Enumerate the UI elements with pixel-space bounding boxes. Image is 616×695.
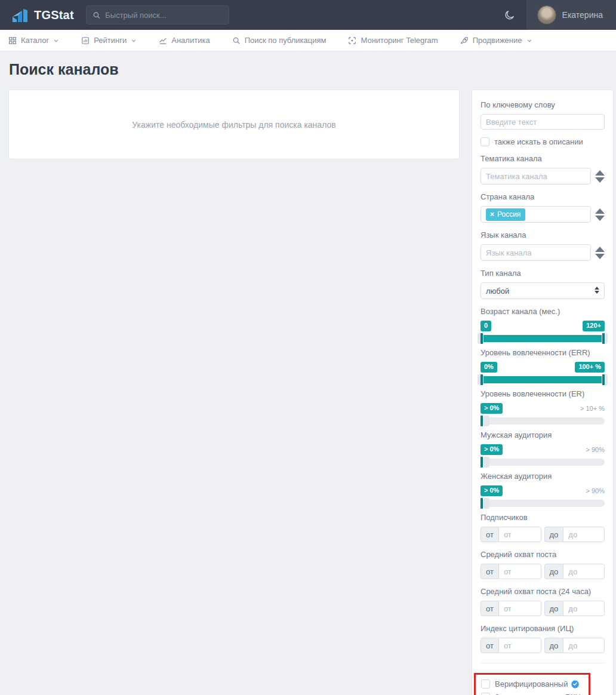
user-menu[interactable]: Екатерина [526,0,616,30]
language-spinner[interactable] [595,247,605,259]
verified-checkbox-row[interactable]: Верифицированный [481,679,585,688]
spinner-down-icon[interactable] [595,254,605,259]
age-min-badge: 0 [481,321,491,331]
err-max-badge: 100+ % [575,362,605,372]
filter-err: Уровень вовлеченности (ERR) 0% 100+ % [481,348,605,383]
filter-er: Уровень вовлеченности (ER) > 0% > 10+ % [481,389,605,425]
nav-item-ratings[interactable]: Рейтинги [81,36,137,45]
logo-text: TGStat [34,8,74,22]
age-slider[interactable] [481,335,605,342]
from-addon: от [481,527,498,542]
er-value-badge: > 0% [481,403,503,413]
nav-item-monitoring[interactable]: Мониторинг Telegram [348,36,438,45]
spinner-down-icon[interactable] [595,216,605,221]
nav-label: Поиск по публикациям [245,36,327,45]
citation-to-input[interactable] [563,638,605,653]
rkn-checkbox-row[interactable]: Зарегистрирован в РКН [481,693,585,695]
rkn-checkbox[interactable] [481,693,490,695]
spinner-down-icon[interactable] [595,177,605,183]
to-addon: до [544,527,563,542]
avg-reach-from-input[interactable] [498,564,541,579]
country-select[interactable]: × Россия [481,206,591,223]
scan-icon [348,36,356,45]
country-tag-label: Россия [497,210,520,219]
female-audience-slider[interactable] [481,500,605,507]
country-tag[interactable]: × Россия [486,208,525,221]
keyword-label: По ключевому слову [481,100,605,109]
topic-select[interactable] [481,168,591,184]
verified-badge-icon [571,679,580,688]
female-max-hint: > 90% [586,487,605,494]
from-addon: от [481,638,498,653]
main-nav: Каталог Рейтинги Аналитика Поиск по публ… [0,30,616,51]
spinner-up-icon[interactable] [595,170,605,176]
male-audience-label: Мужская аудитория [481,430,605,439]
citation-index-label: Индекс цитирования (ИЦ) [481,624,605,633]
nav-item-promotion[interactable]: Продвижение [460,36,532,45]
nav-item-post-search[interactable]: Поиск по публикациям [232,36,327,45]
er-max-hint: > 10+ % [580,405,605,412]
nav-item-catalog[interactable]: Каталог [8,36,59,45]
citation-from-input[interactable] [498,638,541,653]
male-audience-slider[interactable] [481,459,605,466]
channel-type-value: любой [486,287,509,296]
user-avatar [537,5,556,24]
male-max-hint: > 90% [586,446,605,453]
language-select[interactable] [481,244,591,261]
remove-tag-icon[interactable]: × [490,210,494,219]
topic-spinner[interactable] [595,170,605,183]
quick-search[interactable] [86,5,229,24]
keyword-input[interactable] [481,114,605,130]
filter-avg-post-reach-24h: Средний охват поста (24 часа) от до [481,587,605,616]
filter-age: Возраст канала (мес.) 0 120+ [481,307,605,342]
er-slider[interactable] [481,417,605,425]
filter-subscribers: Подписчиков от до [481,513,605,542]
page-title: Поиск каналов [9,61,119,78]
user-name: Екатерина [562,10,603,20]
filter-keyword: По ключевому слову [481,100,605,130]
to-addon: до [544,564,563,579]
empty-results-message: Укажите необходимые фильтры для поиска к… [132,120,335,130]
channel-type-select[interactable]: любой [481,282,605,299]
err-min-badge: 0% [481,362,497,372]
spinner-up-icon[interactable] [595,208,605,214]
top-bar: TGStat Екатерина [0,0,616,30]
nav-item-analytics[interactable]: Аналитика [159,36,210,45]
female-value-badge: > 0% [481,485,503,496]
tgstat-logo[interactable]: TGStat [0,6,86,24]
search-icon [93,11,101,20]
slider-handle[interactable] [483,416,489,426]
rocket-icon [460,36,469,45]
dark-mode-toggle[interactable] [493,0,526,30]
slider-handle[interactable] [483,457,489,468]
spinner-up-icon[interactable] [595,247,605,252]
to-addon: до [544,601,563,616]
avg-reach-to-input[interactable] [563,564,605,579]
subscribers-to-input[interactable] [563,527,605,542]
to-addon: до [544,638,563,653]
avg-reach-24h-to-input[interactable] [563,601,605,616]
nav-label: Мониторинг Telegram [361,36,438,45]
country-spinner[interactable] [595,208,605,221]
chevron-down-icon [131,38,137,44]
quick-search-input[interactable] [105,11,222,20]
chevron-down-icon [526,38,532,44]
filter-female-audience: Женская аудитория > 0% > 90% [481,472,605,507]
annotation-highlight-box: Верифицированный Зарегистрирован в РКН Д… [474,673,590,695]
subscribers-from-input[interactable] [498,527,541,542]
from-addon: от [481,601,498,616]
search-in-description-checkbox-row[interactable]: также искать в описании [481,137,605,146]
err-slider[interactable] [481,376,605,383]
tgstat-logo-icon [11,6,29,24]
filter-male-audience: Мужская аудитория > 0% > 90% [481,430,605,466]
select-arrows-icon [595,287,599,294]
avg-reach-24h-from-input[interactable] [498,601,541,616]
slider-handle[interactable] [483,498,489,509]
language-label: Язык канала [481,230,605,239]
verified-label: Верифицированный [495,679,568,688]
grid-icon [8,36,17,45]
verified-checkbox[interactable] [481,679,490,688]
channel-type-label: Тип канала [481,269,605,278]
search-in-description-checkbox[interactable] [481,137,489,146]
line-chart-icon [159,36,167,45]
